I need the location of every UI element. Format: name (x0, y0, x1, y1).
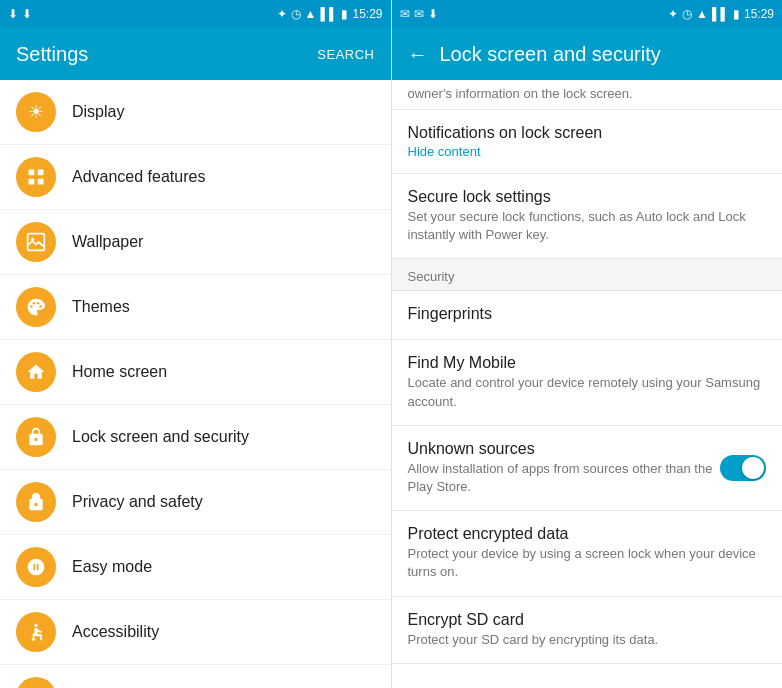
download2-icon: ⬇ (22, 7, 32, 21)
bt-icon: ✦ (668, 7, 678, 21)
easy-mode-label: Easy mode (72, 558, 152, 576)
detail-find-my-mobile[interactable]: Find My Mobile Locate and control your d… (392, 340, 783, 425)
settings-list: ☀ Display Advanced features Wallpaper (0, 80, 391, 688)
settings-item-privacy-safety[interactable]: Privacy and safety (0, 470, 391, 535)
msg-icon: ✉ (400, 7, 410, 21)
unknown-sources-row: Unknown sources Allow installation of ap… (408, 440, 767, 496)
settings-item-home-screen[interactable]: Home screen (0, 340, 391, 405)
detail-scroll: owner's information on the lock screen. … (392, 80, 783, 688)
sig-icon: ▌▌ (712, 7, 729, 21)
svg-rect-0 (29, 170, 35, 176)
advanced-features-icon (16, 157, 56, 197)
back-arrow-icon[interactable]: ← (408, 43, 428, 66)
time-right: 15:29 (744, 7, 774, 21)
time-display: 15:29 (352, 7, 382, 21)
wallpaper-label: Wallpaper (72, 233, 143, 251)
protect-encrypted-title: Protect encrypted data (408, 525, 767, 543)
svg-point-10 (34, 624, 37, 627)
notifications-lock-title: Notifications on lock screen (408, 124, 767, 142)
home-screen-label: Home screen (72, 363, 167, 381)
alarm-icon: ◷ (291, 7, 301, 21)
svg-point-8 (37, 302, 40, 305)
detail-protect-encrypted[interactable]: Protect encrypted data Protect your devi… (392, 511, 783, 596)
themes-label: Themes (72, 298, 130, 316)
detail-notifications-lock[interactable]: Notifications on lock screen Hide conten… (392, 110, 783, 174)
accessibility-label: Accessibility (72, 623, 159, 641)
msg2-icon: ✉ (414, 7, 424, 21)
detail-fingerprints[interactable]: Fingerprints (392, 291, 783, 340)
bat-icon: ▮ (733, 7, 740, 21)
encrypt-sd-title: Encrypt SD card (408, 611, 767, 629)
home-screen-icon (16, 352, 56, 392)
easy-mode-icon (16, 547, 56, 587)
wallpaper-icon (16, 222, 56, 262)
download-icon: ⬇ (8, 7, 18, 21)
settings-item-display[interactable]: ☀ Display (0, 80, 391, 145)
svg-rect-4 (28, 234, 45, 251)
svg-rect-2 (29, 179, 35, 185)
status-right-right: ✦ ◷ ▲ ▌▌ ▮ 15:29 (668, 7, 774, 21)
detail-secure-lock[interactable]: Secure lock settings Set your secure loc… (392, 174, 783, 259)
protect-encrypted-desc: Protect your device by using a screen lo… (408, 545, 767, 581)
lock-screen-icon (16, 417, 56, 457)
secure-lock-desc: Set your secure lock functions, such as … (408, 208, 767, 244)
accessibility-icon (16, 612, 56, 652)
settings-item-lock-screen[interactable]: Lock screen and security (0, 405, 391, 470)
right-toolbar: ← Lock screen and security (392, 28, 783, 80)
accounts-icon (16, 677, 56, 688)
right-panel: ✉ ✉ ⬇ ✦ ◷ ▲ ▌▌ ▮ 15:29 ← Lock screen and… (392, 0, 783, 688)
unknown-sources-desc: Allow installation of apps from sources … (408, 460, 721, 496)
status-icons-right-left: ✉ ✉ ⬇ (400, 7, 438, 21)
battery-icon: ▮ (341, 7, 348, 21)
settings-item-themes[interactable]: Themes (0, 275, 391, 340)
detail-unknown-sources[interactable]: Unknown sources Allow installation of ap… (392, 426, 783, 511)
svg-rect-1 (38, 170, 44, 176)
find-my-mobile-desc: Locate and control your device remotely … (408, 374, 767, 410)
left-toolbar: Settings SEARCH (0, 28, 391, 80)
display-label: Display (72, 103, 124, 121)
encrypt-sd-desc: Protect your SD card by encrypting its d… (408, 631, 767, 649)
security-section-header: Security (392, 259, 783, 291)
back-nav[interactable]: ← Lock screen and security (408, 43, 661, 66)
unknown-sources-title: Unknown sources (408, 440, 721, 458)
settings-item-accessibility[interactable]: Accessibility (0, 600, 391, 665)
status-icons-right: ✦ ◷ ▲ ▌▌ ▮ 15:29 (277, 7, 383, 21)
wifi-icon: ▲ (305, 7, 317, 21)
fingerprints-title: Fingerprints (408, 305, 767, 323)
status-bar-right: ✉ ✉ ⬇ ✦ ◷ ▲ ▌▌ ▮ 15:29 (392, 0, 783, 28)
themes-icon (16, 287, 56, 327)
settings-item-accounts[interactable]: Accounts (0, 665, 391, 688)
bluetooth-icon: ✦ (277, 7, 287, 21)
search-button[interactable]: SEARCH (317, 47, 374, 62)
detail-title: Lock screen and security (440, 43, 661, 66)
svg-point-7 (33, 302, 36, 305)
partial-top-text: owner's information on the lock screen. (392, 80, 783, 110)
display-icon: ☀ (16, 92, 56, 132)
privacy-safety-label: Privacy and safety (72, 493, 203, 511)
privacy-safety-icon (16, 482, 56, 522)
signal-icon: ▌▌ (320, 7, 337, 21)
settings-item-easy-mode[interactable]: Easy mode (0, 535, 391, 600)
svg-point-9 (39, 305, 42, 308)
unknown-sources-text: Unknown sources Allow installation of ap… (408, 440, 721, 496)
status-bar-left: ⬇ ⬇ ✦ ◷ ▲ ▌▌ ▮ 15:29 (0, 0, 391, 28)
advanced-features-label: Advanced features (72, 168, 205, 186)
dl-icon: ⬇ (428, 7, 438, 21)
settings-item-advanced-features[interactable]: Advanced features (0, 145, 391, 210)
unknown-sources-toggle[interactable] (720, 455, 766, 481)
left-panel: ⬇ ⬇ ✦ ◷ ▲ ▌▌ ▮ 15:29 Settings SEARCH ☀ D… (0, 0, 392, 688)
find-my-mobile-title: Find My Mobile (408, 354, 767, 372)
toggle-thumb (742, 457, 764, 479)
secure-lock-title: Secure lock settings (408, 188, 767, 206)
settings-title: Settings (16, 43, 88, 66)
settings-item-wallpaper[interactable]: Wallpaper (0, 210, 391, 275)
svg-rect-3 (38, 179, 44, 185)
status-icons-left: ⬇ ⬇ (8, 7, 32, 21)
alr-icon: ◷ (682, 7, 692, 21)
wf-icon: ▲ (696, 7, 708, 21)
detail-encrypt-sd[interactable]: Encrypt SD card Protect your SD card by … (392, 597, 783, 664)
notifications-lock-subtitle: Hide content (408, 144, 767, 159)
lock-screen-label: Lock screen and security (72, 428, 249, 446)
svg-point-6 (30, 305, 33, 308)
